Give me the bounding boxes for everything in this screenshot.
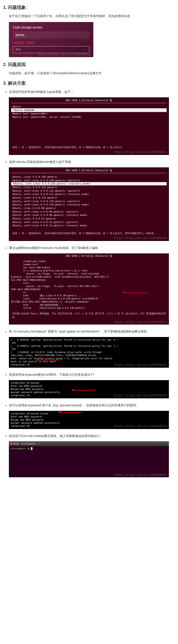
terminal-line: Retype new UNIX password: bbox=[11, 418, 167, 422]
grub-item[interactable]: Ubuntu, with Linux 4.4.0-119-generic (up… bbox=[11, 200, 167, 203]
login-screenshot: Ceph storage service tarena 密码错误，请重试 密码 … bbox=[9, 22, 178, 57]
terminal-line: /dev/sda1: clean, 497223/14352384 files,… bbox=[11, 354, 167, 357]
grub-item[interactable]: Ubuntu, with Linux 4.4.0-121-generic (re… bbox=[11, 192, 167, 196]
grub-item[interactable]: Ubuntu, with Linux 4.4.0-130-generic (up… bbox=[11, 179, 167, 182]
watermark: https://blog.csdn.net/zd147896325 bbox=[114, 424, 167, 428]
terminal-line: [ 0.939621] cpufreq: cpufreq_online: Fai… bbox=[11, 344, 167, 348]
section2-text: 问题原因，搞不懂，只是修改了/etc/shadow和/etc/sudoers这俩… bbox=[9, 71, 178, 76]
grub-item-selected[interactable]: *Ubuntu 高级选项 bbox=[11, 108, 167, 112]
bullet-2: 选择*ubuntu 高级选项按enter键进入如下界面 bbox=[9, 160, 178, 165]
terminal-line: -19) bbox=[11, 348, 167, 351]
terminal-line: root@(none):/# passwd bbox=[11, 382, 167, 384]
minimize-icon[interactable] bbox=[13, 442, 16, 445]
grub-edit-footer: 支持最小化的类 Emacs 屏幕编辑。Tab 列出可补全项，Ctrl-x 或 F… bbox=[9, 311, 169, 322]
grub-title: GNU GRUB 2.02~beta2-36ubuntu3 版 bbox=[9, 98, 168, 103]
bullet-5: 直接使用命令passwd更改root密码，下面提示已经更改成功了! bbox=[9, 372, 178, 378]
watermark: https://blog.csdn.net/zd147896325 bbox=[114, 363, 167, 367]
grub-item[interactable]: Ubuntu，Linux 4.4.0-96-generic bbox=[11, 206, 167, 210]
grub-item[interactable]: Memory test (memtest86+, serial console … bbox=[11, 115, 167, 119]
section1-title: 1. 问题现象: bbox=[3, 4, 178, 10]
login-service-title: Ceph storage service bbox=[13, 26, 89, 29]
bullet-1: 在系统开机前常按shift键进入grub界面，如下： bbox=[9, 89, 178, 95]
terminal-line: root@(none):/# passwd tarena bbox=[11, 412, 167, 415]
prompt-user: tarena@qin bbox=[10, 447, 25, 450]
grub-item[interactable]: Ubuntu，Linux 4.4.0-121-generic bbox=[11, 186, 167, 189]
terminal-line: Enter new UNIX password: bbox=[11, 384, 167, 388]
passwd-user-terminal: root@(none):/# passwd tarenaEnter new UN… bbox=[9, 411, 178, 429]
grub-item[interactable]: Ubuntu，Linux 4.4.0-119-generic bbox=[11, 196, 167, 200]
terminal-line: Enter new UNIX password: bbox=[11, 415, 167, 418]
grub-item[interactable]: Memory test (memtest86+) bbox=[11, 112, 167, 115]
terminal-line: bash: no job control in this shell bbox=[11, 360, 167, 363]
grub-item[interactable]: Ubuntu, with Linux 4.4.0-21-generic (rec… bbox=[11, 224, 167, 227]
grub-menu-1: GNU GRUB 2.02~beta2-36ubuntu3 版 Ubuntu*U… bbox=[9, 97, 178, 155]
grub-item[interactable]: Ubuntu bbox=[11, 105, 167, 108]
ubuntu-terminal: tarena@qin: ~ tarena@qin:~$ https://blog… bbox=[9, 441, 178, 477]
section2-title: 2. 问题原因 bbox=[3, 62, 178, 68]
bullet-4: 将 "ro recovery nomodeset" 替换为 "quiet spl… bbox=[9, 329, 178, 334]
bullet-6: 也可以使用命令passwd 用户名【eg: passwd tarena】，直接修… bbox=[9, 403, 178, 408]
watermark: https://blog.csdn.net/zd147896325 bbox=[39, 53, 92, 56]
close-icon[interactable] bbox=[10, 442, 12, 445]
boot-terminal: [ 0.939336] cpufreq: cpufreq_online: Fai… bbox=[9, 337, 178, 368]
grub-item[interactable]: Ubuntu，Linux 4.4.0-130-generic bbox=[11, 175, 167, 179]
login-error: 密码错误，请重试 bbox=[13, 41, 89, 45]
maximize-icon[interactable] bbox=[16, 442, 19, 445]
ubuntu-terminal-title: tarena@qin: ~ bbox=[21, 442, 40, 445]
grub-item[interactable]: Ubuntu, with Linux 4.4.0-119-generic (re… bbox=[11, 203, 167, 206]
watermark: https://blog.csdn.net/zd147896325 bbox=[8, 236, 167, 240]
bullet-7: 然后按下[Ctrl+Alt+Delete]重启系统，输入你刚刚修改的密码就ok了… bbox=[9, 434, 178, 439]
login-username: tarena bbox=[13, 31, 89, 38]
bullet-3: 通过up键和down键选中recovery mode选项，完了按e键进入编辑 bbox=[9, 246, 178, 251]
terminal-line: passwd: password updated successfully bbox=[11, 422, 167, 424]
grub-item[interactable]: Ubuntu, with Linux 4.4.0-121-generic (up… bbox=[11, 189, 167, 192]
grub-menu-2: GNU GRUB 2.02~beta2-36ubuntu3 版 Ubuntu，L… bbox=[9, 168, 178, 241]
login-password-input[interactable]: 密码 bbox=[13, 46, 89, 53]
terminal-line: [ 1.642044] sd 2:0:0:0: [sda] Assuming d… bbox=[11, 351, 167, 354]
grub-item[interactable]: Ubuntu, with Linux 4.4.0-96-generic (rec… bbox=[11, 214, 167, 217]
passwd-root-terminal: root@(none):/# passwdEnter new UNIX pass… bbox=[9, 380, 178, 398]
grub-edit-body: insmod part_msdos insmod ext2 set root='… bbox=[9, 258, 169, 311]
watermark: https://blog.csdn.net/zd147896325 bbox=[8, 150, 167, 154]
ubuntu-terminal-titlebar: tarena@qin: ~ bbox=[9, 441, 169, 446]
grub-title: GNU GRUB 2.02~beta2-36ubuntu3 版 bbox=[9, 254, 169, 258]
section1-text: 由于自己想修改一下当前用户名，结果乱改了部分配置文件导致登陆时，原先的密码失效 bbox=[9, 14, 178, 18]
grub-item[interactable]: Ubuntu, with Linux 4.4.0-96-generic (ups… bbox=[11, 210, 167, 214]
watermark: https://blog.csdn.net/zd147896325 bbox=[114, 394, 167, 398]
grub-title: GNU GRUB 2.02~beta2-36ubuntu3 版 bbox=[9, 168, 168, 173]
watermark: https://blog.csdn.net/zd147896325 bbox=[114, 473, 167, 476]
grub-item[interactable]: Ubuntu, with Linux 4.4.0-21-generic (ups… bbox=[11, 220, 167, 224]
terminal-line: passwd: password updated successfully bbox=[11, 391, 167, 394]
section3-title: 3. 解决方案 bbox=[3, 80, 178, 86]
terminal-line: -19) bbox=[11, 342, 167, 344]
cursor bbox=[31, 447, 32, 450]
grub-item-selected[interactable]: *Ubuntu, with Linux 4.4.0-130-generic (r… bbox=[11, 182, 167, 186]
terminal-line: bash: cannot set terminal process group … bbox=[11, 357, 167, 360]
grub-item[interactable]: Ubuntu，Linux 4.4.0-21-generic bbox=[11, 217, 167, 220]
watermark: https://blog.csdn.net/zd147896325 bbox=[7, 320, 167, 324]
terminal-line: [ 0.939336] cpufreq: cpufreq_online: Fai… bbox=[11, 338, 167, 342]
grub-edit-screen: GNU GRUB 2.02~beta2-36ubuntu3 版 insmod p… bbox=[9, 254, 178, 324]
solution-list: 在系统开机前常按shift键进入grub界面，如下： bbox=[9, 89, 178, 95]
